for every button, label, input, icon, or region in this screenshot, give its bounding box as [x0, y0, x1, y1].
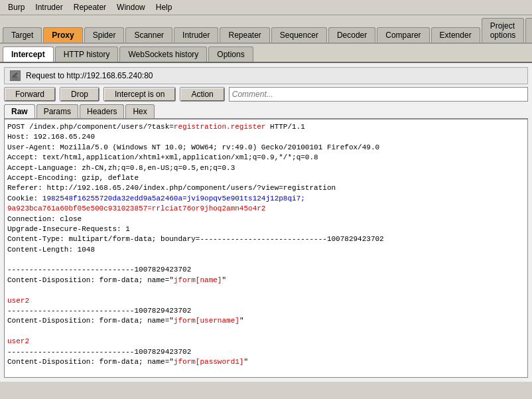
subtab-options[interactable]: Options	[208, 46, 253, 62]
svg-marker-1	[13, 72, 18, 77]
tab-intruder[interactable]: Intruder	[174, 27, 218, 42]
menu-intruder[interactable]: Intruder	[30, 1, 68, 13]
forward-button[interactable]: Forward	[4, 87, 56, 102]
tab-target[interactable]: Target	[3, 27, 42, 42]
tab-spider[interactable]: Spider	[84, 27, 125, 42]
menu-help[interactable]: Help	[151, 1, 178, 13]
menu-bar: Burp Intruder Repeater Window Help	[0, 0, 532, 15]
subtab-intercept[interactable]: Intercept	[3, 46, 54, 62]
sub-tab-bar: Intercept HTTP history WebSockets histor…	[0, 44, 532, 63]
tab-user-options[interactable]: User op...	[525, 18, 532, 42]
tab-repeater[interactable]: Repeater	[220, 27, 269, 42]
subtab-websockets-history[interactable]: WebSockets history	[119, 46, 207, 62]
request-body[interactable]: POST /index.php/component/users/?task=re…	[4, 119, 528, 378]
tab-decoder[interactable]: Decoder	[328, 27, 375, 42]
view-tab-params[interactable]: Params	[36, 104, 78, 118]
view-tab-headers[interactable]: Headers	[80, 104, 124, 118]
edit-icon[interactable]	[10, 70, 21, 81]
action-button[interactable]: Action	[180, 87, 224, 102]
drop-button[interactable]: Drop	[60, 87, 100, 102]
request-info-bar: Request to http://192.168.65.240:80	[4, 67, 528, 84]
main-content: Request to http://192.168.65.240:80 Forw…	[0, 63, 532, 382]
svg-rect-0	[12, 76, 17, 78]
subtab-http-history[interactable]: HTTP history	[55, 46, 119, 62]
view-tab-raw[interactable]: Raw	[4, 104, 35, 118]
tab-project-options[interactable]: Project options	[482, 18, 525, 42]
tab-scanner[interactable]: Scanner	[125, 27, 172, 42]
tab-extender[interactable]: Extender	[431, 27, 480, 42]
tab-sequencer[interactable]: Sequencer	[271, 27, 327, 42]
tab-proxy[interactable]: Proxy	[43, 27, 82, 42]
view-tab-hex[interactable]: Hex	[125, 104, 154, 118]
request-info-text: Request to http://192.168.65.240:80	[26, 71, 153, 80]
tab-comparer[interactable]: Comparer	[377, 27, 429, 42]
menu-repeater[interactable]: Repeater	[68, 1, 111, 13]
toolbar: Forward Drop Intercept is on Action	[4, 87, 528, 102]
menu-window[interactable]: Window	[111, 1, 151, 13]
intercept-on-button[interactable]: Intercept is on	[103, 87, 176, 102]
view-tab-bar: Raw Params Headers Hex	[4, 104, 528, 119]
comment-input[interactable]	[229, 87, 528, 102]
menu-burp[interactable]: Burp	[3, 1, 30, 13]
main-tab-bar: Target Proxy Spider Scanner Intruder Rep…	[0, 15, 532, 44]
